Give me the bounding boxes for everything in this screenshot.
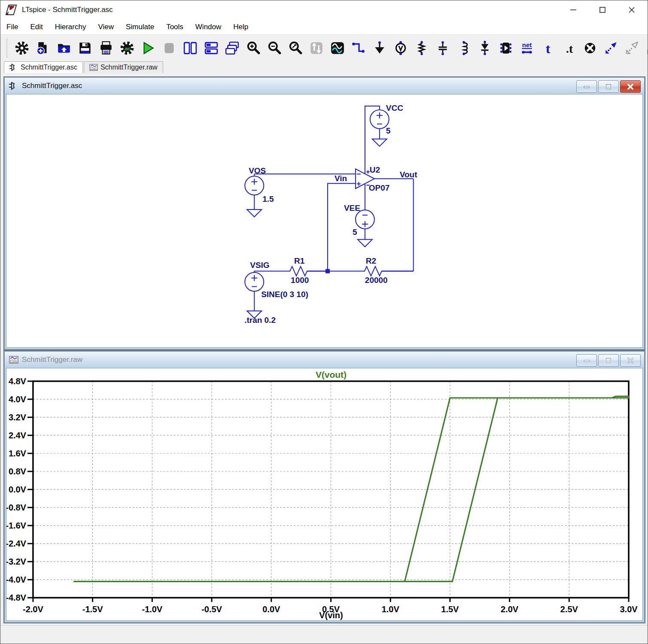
menu-file[interactable]: File	[6, 23, 18, 31]
printer-icon	[99, 41, 113, 55]
schematic-close-button[interactable]	[620, 80, 641, 93]
svg-text:-1.0V: -1.0V	[142, 605, 162, 614]
inductor-button[interactable]	[456, 40, 471, 56]
save-button[interactable]	[78, 40, 92, 56]
tile-vertical-button[interactable]	[183, 40, 198, 56]
menu-help[interactable]: Help	[233, 23, 248, 31]
drag-icon	[625, 41, 639, 55]
svg-text:-4.8V: -4.8V	[6, 593, 27, 602]
cascade-button[interactable]	[225, 40, 240, 56]
tab-schematic[interactable]: SchmittTrigger.asc	[4, 61, 83, 73]
waveform-window-titlebar[interactable]: SchmittTrigger.raw	[5, 352, 644, 368]
menu-tools[interactable]: Tools	[166, 23, 183, 31]
minimize-icon	[583, 84, 590, 90]
app-maximize-button[interactable]	[596, 3, 609, 16]
ac-analysis-button[interactable]: .ac	[120, 40, 134, 56]
open-button[interactable]	[57, 40, 71, 56]
waveform-maximize-button[interactable]	[598, 354, 619, 367]
spice-directive-button[interactable]: .t	[562, 40, 576, 56]
vsig-source[interactable]: VSIG SINE(0 3 10)	[245, 261, 308, 319]
vee-value-label: 5	[353, 228, 357, 237]
drag-button[interactable]	[625, 40, 639, 56]
plot-title: V(vout)	[316, 370, 347, 380]
waveform-plot-area[interactable]: V(vout) V(vin) -2.0V-1.5V-1.0V-0.5V0.0V0…	[6, 368, 643, 621]
svg-text:4.0V: 4.0V	[9, 395, 27, 404]
svg-text:t: t	[546, 41, 551, 55]
tab-schematic-label: SchmittTrigger.asc	[21, 64, 77, 71]
ground-button[interactable]	[372, 40, 387, 56]
svg-text:-2.0V: -2.0V	[23, 605, 43, 614]
halt-icon	[162, 41, 176, 55]
hysteresis-plot: V(vout) V(vin) -2.0V-1.5V-1.0V-0.5V0.0V0…	[6, 368, 642, 620]
svg-text:2.5V: 2.5V	[560, 605, 578, 614]
zoom-full-extents-button[interactable]	[288, 40, 303, 56]
waveform-minimize-button[interactable]	[576, 354, 597, 367]
tab-waveform[interactable]: SchmittTrigger.raw	[84, 61, 163, 73]
schematic-canvas[interactable]: VCC 5 VOS 1.5 VE	[6, 94, 643, 348]
waveform-button[interactable]	[330, 40, 345, 56]
schematic-maximize-button[interactable]	[598, 80, 619, 93]
find-button[interactable]	[646, 40, 648, 56]
svg-text:0.0V: 0.0V	[262, 605, 280, 614]
resistor-button[interactable]	[414, 40, 429, 56]
svg-text:-2.4V: -2.4V	[6, 539, 27, 548]
zoom-out-button[interactable]	[267, 40, 282, 56]
svg-text:-1.6V: -1.6V	[6, 521, 27, 530]
zoom-in-icon	[246, 41, 261, 55]
save-floppy-icon	[78, 41, 92, 55]
close-icon	[628, 6, 636, 14]
resistor-r1[interactable]: R1 1000	[286, 256, 326, 285]
voltage-source-icon	[393, 41, 408, 55]
app-minimize-button[interactable]	[567, 3, 580, 16]
zoom-fit-icon	[288, 41, 303, 55]
component-button[interactable]	[499, 40, 513, 56]
new-schematic-button[interactable]	[36, 40, 50, 56]
app-titlebar: LTspice - SchmittTrigger.asc	[0, 0, 648, 19]
menu-window[interactable]: Window	[195, 23, 221, 31]
svg-text:3.0V: 3.0V	[620, 605, 638, 614]
vsig-value-label: SINE(0 3 10)	[261, 290, 308, 299]
tile-horizontal-button[interactable]	[204, 40, 219, 56]
svg-text:-0.5V: -0.5V	[201, 605, 222, 614]
capacitor-button[interactable]	[435, 40, 450, 56]
diode-button[interactable]	[478, 40, 492, 56]
control-panel-button[interactable]	[15, 40, 29, 56]
halt-button[interactable]	[162, 40, 176, 56]
vee-source[interactable]: VEE 5	[344, 204, 374, 247]
find-icon	[646, 41, 648, 55]
delete-button[interactable]	[583, 40, 597, 56]
text-button[interactable]: t	[541, 40, 555, 56]
svg-text:0.5V: 0.5V	[322, 605, 340, 614]
schematic-minimize-button[interactable]	[576, 80, 597, 93]
open-folder-icon	[57, 41, 71, 55]
run-icon	[141, 41, 155, 55]
resistor-r2[interactable]: R2 20000	[362, 256, 414, 285]
component-icon	[499, 41, 513, 55]
run-button[interactable]	[141, 40, 155, 56]
schematic-window-titlebar[interactable]: SchmittTrigger.asc	[5, 78, 644, 94]
zoom-in-button[interactable]	[246, 40, 261, 56]
vsig-name-label: VSIG	[250, 261, 269, 270]
app-title: LTspice - SchmittTrigger.asc	[22, 6, 113, 14]
duplicate-button[interactable]	[604, 40, 618, 56]
opamp-designator-label: U2	[370, 165, 380, 174]
menu-edit[interactable]: Edit	[30, 23, 43, 31]
waveform-close-button[interactable]	[620, 354, 641, 367]
vcc-value-label: 5	[386, 126, 391, 135]
ltspice-app-window: LTspice - SchmittTrigger.asc File Edit H…	[0, 0, 648, 644]
netlist-button[interactable]: net	[520, 40, 534, 56]
voltage-source-button[interactable]	[393, 40, 408, 56]
pan-button[interactable]	[309, 40, 324, 56]
svg-text:3.2V: 3.2V	[9, 413, 27, 422]
tran-directive: .tran 0.2	[244, 316, 276, 325]
schematic-tab-icon	[9, 64, 18, 71]
print-button[interactable]	[99, 40, 113, 56]
ground-symbol	[372, 139, 387, 146]
vcc-source[interactable]: VCC 5	[370, 103, 403, 146]
app-close-button[interactable]	[625, 3, 638, 16]
menu-hierarchy[interactable]: Hierarchy	[55, 23, 86, 31]
wire-button[interactable]	[351, 40, 366, 56]
menu-simulate[interactable]: Simulate	[126, 23, 154, 31]
menu-bar: File Edit Hierarchy View Simulate Tools …	[0, 19, 648, 34]
menu-view[interactable]: View	[98, 23, 114, 31]
